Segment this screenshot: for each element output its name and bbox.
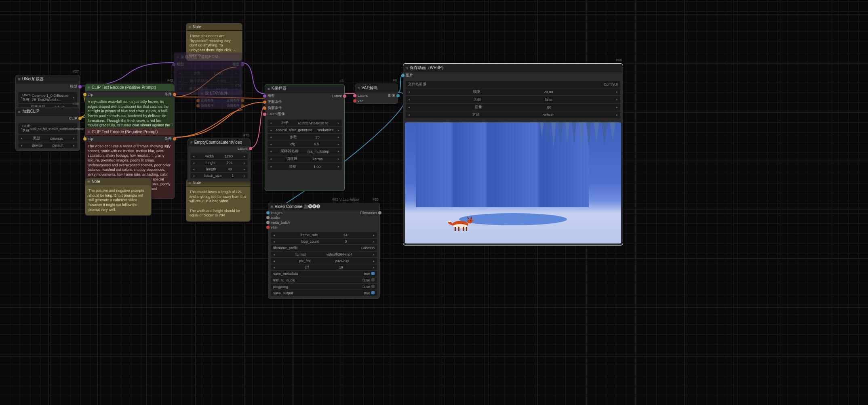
input-port[interactable] [401,74,405,77]
node-header[interactable]: ≡ 设 LTXV条件 [198,89,242,98]
input-port[interactable] [353,94,356,97]
toggle-icon[interactable] [371,291,375,294]
drag-icon: ≡ [406,66,408,70]
output-port[interactable] [378,211,381,214]
svg-marker-3 [558,122,563,147]
param-row[interactable]: ◂height704▸ [190,160,248,166]
input-port[interactable] [263,101,266,104]
param-row[interactable]: ◂质量80▸ [406,104,620,111]
input-port[interactable] [266,226,270,229]
input-port[interactable] [263,94,266,98]
node-header[interactable]: ≡ CLIP Text Encode (Negative Prompt) [85,128,174,136]
node-header[interactable]: ≡ EmptyCosmosLatentVideo [188,139,250,146]
toggle-icon[interactable] [371,278,375,281]
input-port[interactable] [196,99,200,102]
param-row[interactable]: ◂帧率24.00▸ [406,88,620,95]
svg-point-13 [467,219,472,223]
svg-point-16 [470,220,471,221]
output-label: Latent [238,147,248,151]
note-text[interactable]: The positive and negative prompts should… [85,185,151,215]
param-row[interactable]: ◂CLIP名称oldt5_xxl_fp8_e4m3fn_scaled.safet… [18,123,77,134]
param-row[interactable]: ◂最小西格玛0.002▸ [177,78,240,84]
input-port[interactable] [83,93,86,96]
input-port[interactable] [266,211,270,214]
node-title-text: 加载CLIP [22,109,39,114]
param-row[interactable]: ◂crf19▸ [271,264,377,270]
preview-image[interactable] [405,122,621,243]
note-text[interactable]: This model loves a length of 121 and any… [186,187,250,221]
input-port[interactable] [266,216,270,219]
param-row[interactable]: ◂种子612227415803070▸ [268,120,342,126]
output-port[interactable] [249,147,252,150]
param-row[interactable]: ◂采样器名称res_multistep▸ [268,148,342,155]
video-combine-node[interactable]: #83 #83 VideoHelper ≡ Video Combine 🎥🅥🅗🅢… [268,203,380,299]
save-webp-node[interactable]: #69 ≡ 保存动画（WEBP） 图片 文件名前缀ComfyUI ◂帧率24.0… [403,63,623,246]
param-row[interactable]: save_metadatatrue [271,271,377,277]
param-row[interactable]: ◂方法default▸ [406,111,620,118]
node-header[interactable]: ≡ 加载CLIP [16,107,80,116]
param-row[interactable]: ◂步数20▸ [268,134,342,141]
param-row[interactable]: ◂cfg6.5▸ [268,141,342,147]
param-row[interactable]: save_outputtrue [271,290,377,296]
input-port[interactable] [266,221,270,224]
vae-decode-node[interactable]: #8 ≡ VAE解码 Latent图像 vae [355,84,398,104]
param-row[interactable]: ◂类型cosmos▸ [18,135,77,142]
param-row[interactable]: ◂devicedefault▸ [18,143,77,148]
svg-marker-7 [586,122,592,147]
output-port[interactable] [173,93,176,96]
input-port[interactable] [263,113,266,116]
node-header[interactable]: ≡ 保存动画（WEBP） [403,64,623,72]
param-row[interactable]: ◂length49▸ [190,166,248,172]
param-row[interactable]: ◂降噪1.00▸ [268,163,342,170]
note-node[interactable]: ≡ Note This model loves a length of 121 … [186,179,251,222]
output-port[interactable] [343,94,346,98]
param-row[interactable]: ◂无损false▸ [406,96,620,103]
output-port[interactable] [396,94,400,97]
node-canvas[interactable]: #37 ≡ UNet加载器 模型 ◂UNet名称Cosmos-1_0-Diffu… [0,0,868,405]
node-header[interactable]: ≡ VAE解码 [355,84,398,92]
node-title-text: 采样算法（遵循EDM） [181,54,222,60]
node-id: #3 [339,79,343,83]
ksampler-node[interactable]: #3 ≡ K采样器 模型Latent 正面条件 负面条件 Latent图像 ◂种… [265,84,345,191]
param-row[interactable]: filename_prefixCosmos [271,245,377,251]
param-row[interactable]: ◂frame_rate24▸ [271,232,377,238]
param-row[interactable]: pingpongfalse [271,284,377,290]
output-port[interactable] [241,99,244,102]
empty-latent-node[interactable]: #78 ≡ EmptyCosmosLatentVideo Latent ◂wid… [188,138,251,181]
param-row[interactable]: ◂pix_fmtyuv420p▸ [271,258,377,264]
param-row[interactable]: ◂步数1.000▸ [177,70,240,77]
param-row[interactable]: ◂control_after_generaterandomize▸ [268,127,342,133]
param-row[interactable]: ◂调度器karras▸ [268,155,342,162]
node-header[interactable]: ≡ CLIP Text Encode (Positive Prompt) [85,84,174,91]
param-row[interactable]: ◂batch_size1▸ [190,173,248,178]
bypassed-ltxv-node[interactable]: #76 ≡ 设 LTXV条件 正面条件正面条件 负面条件负面条件 [198,89,242,109]
output-port[interactable] [241,63,244,66]
note-node[interactable]: ≡ Note The positive and negative prompts… [85,178,152,216]
output-port[interactable] [78,117,82,120]
param-row[interactable]: trim_to_audiofalse [271,277,377,283]
output-port[interactable] [173,137,176,141]
node-header[interactable]: ≡ K采样器 [265,84,344,93]
output-port[interactable] [241,104,244,107]
node-id: #83 [373,197,379,201]
node-header[interactable]: ≡ UNet加载器 [16,75,80,84]
node-header[interactable]: ≡ Note [186,23,242,31]
node-header[interactable]: ≡ 采样算法（遵循EDM） [174,53,242,61]
param-row[interactable]: ◂width1280▸ [190,153,248,159]
output-port[interactable] [78,85,82,88]
toggle-icon[interactable] [371,285,375,288]
toggle-icon[interactable] [371,272,375,275]
param-row[interactable]: ◂UNet名称Cosmos-1_0-Diffusion-7B-Text2Worl… [18,92,77,103]
input-port[interactable] [196,104,200,107]
input-port[interactable] [353,99,356,103]
input-port[interactable] [172,63,175,66]
param-row[interactable]: 文件名前缀ComfyUI [406,81,620,88]
clip-loader-node[interactable]: #38 ≡ 加载CLIP CLIP ◂CLIP名称oldt5_xxl_fp8_e… [15,107,80,151]
input-port[interactable] [83,137,86,141]
param-row[interactable]: ◂formatvideo/h264-mp4▸ [271,252,377,257]
input-port[interactable] [263,107,266,110]
param-row[interactable]: ◂loop_count0▸ [271,239,377,244]
node-header[interactable]: ≡ Note [85,178,151,185]
node-header[interactable]: ≡ Video Combine 🎥🅥🅗🅢 [268,203,379,210]
drag-icon: ≡ [268,86,270,91]
